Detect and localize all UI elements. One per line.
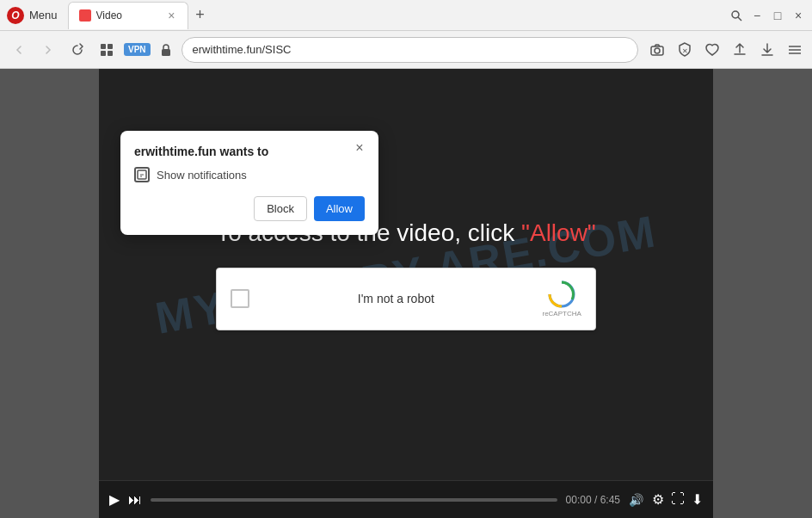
opera-logo[interactable]	[7, 7, 24, 24]
back-button[interactable]	[7, 38, 31, 62]
permission-popup: × erwithtime.fun wants to Show notificat…	[120, 131, 378, 235]
svg-point-8	[655, 48, 660, 53]
settings-button[interactable]: ⚙	[652, 491, 664, 508]
svg-rect-2	[101, 44, 106, 49]
search-window-button[interactable]	[729, 9, 743, 22]
menu-dots-icon[interactable]	[784, 40, 805, 60]
video-tab[interactable]: Video ×	[68, 2, 188, 29]
tab-close-button[interactable]: ×	[166, 7, 176, 24]
recaptcha-logo: reCAPTCHA	[542, 281, 581, 318]
window-controls: − □ ×	[729, 9, 805, 22]
recaptcha-text: reCAPTCHA	[542, 310, 581, 318]
tab-bar: Video × +	[68, 2, 724, 29]
minimize-button[interactable]: −	[750, 9, 764, 22]
new-tab-button[interactable]: +	[188, 3, 212, 28]
forward-button[interactable]	[36, 38, 60, 62]
reload-button[interactable]	[65, 38, 89, 62]
download-video-button[interactable]: ⬇	[692, 491, 703, 508]
block-button[interactable]: Block	[254, 196, 307, 221]
tab-title: Video	[96, 9, 162, 22]
notification-icon	[134, 167, 150, 182]
sidebar-left	[0, 69, 99, 518]
recaptcha-checkbox[interactable]	[231, 289, 249, 308]
download-icon[interactable]	[757, 40, 778, 60]
grid-view-button[interactable]	[95, 38, 119, 62]
browser-frame: Menu Video × + − □ ×	[0, 0, 812, 518]
permission-text: Show notifications	[157, 169, 247, 182]
address-bar[interactable]: erwithtime.fun/SISC	[181, 37, 638, 63]
svg-text:✕: ✕	[682, 47, 688, 55]
allow-button[interactable]: Allow	[314, 196, 365, 221]
nav-bar: VPN erwithtime.fun/SISC ✕	[0, 31, 812, 69]
svg-rect-6	[162, 49, 170, 56]
recaptcha-box[interactable]: I'm not a robot reCAPTCHA	[216, 268, 596, 330]
svg-rect-3	[108, 44, 113, 49]
popup-actions: Block Allow	[134, 196, 365, 221]
progress-bar[interactable]	[151, 498, 557, 502]
menu-button[interactable]: Menu	[29, 9, 58, 22]
tab-favicon	[79, 9, 91, 22]
heart-icon[interactable]	[702, 40, 723, 60]
vpn-badge[interactable]: VPN	[124, 43, 151, 56]
svg-rect-4	[101, 51, 106, 56]
skip-button[interactable]: ⏭	[128, 492, 142, 508]
time-display: 00:00 / 6:45	[566, 494, 620, 506]
url-text: erwithtime.fun/SISC	[193, 43, 627, 56]
nav-action-icons: ✕	[647, 40, 805, 60]
maximize-button[interactable]: □	[771, 9, 784, 22]
lock-icon	[156, 40, 176, 60]
video-controls: ▶ ⏭ 00:00 / 6:45 🔊 ⚙ ⛶ ⬇	[99, 480, 713, 518]
volume-icon[interactable]: 🔊	[629, 493, 643, 507]
right-controls: ⚙ ⛶ ⬇	[652, 491, 703, 508]
popup-permission: Show notifications	[134, 167, 365, 182]
svg-point-0	[732, 11, 739, 18]
page-content: MYANTISPY ARE.COM To access to the video…	[0, 69, 812, 518]
popup-close-button[interactable]: ×	[349, 138, 370, 158]
title-bar: Menu Video × + − □ ×	[0, 0, 812, 31]
close-window-button[interactable]: ×	[791, 9, 805, 22]
shield-icon[interactable]: ✕	[674, 40, 695, 60]
svg-rect-5	[108, 51, 113, 56]
svg-line-1	[738, 17, 741, 21]
camera-icon[interactable]	[647, 40, 667, 60]
sidebar-right	[713, 69, 812, 518]
share-icon[interactable]	[729, 40, 750, 60]
play-button[interactable]: ▶	[109, 491, 120, 508]
popup-title: erwithtime.fun wants to	[134, 145, 365, 158]
fullscreen-button[interactable]: ⛶	[671, 491, 685, 508]
recaptcha-label: I'm not a robot	[260, 292, 532, 305]
allow-highlight: "Allow"	[521, 219, 596, 246]
